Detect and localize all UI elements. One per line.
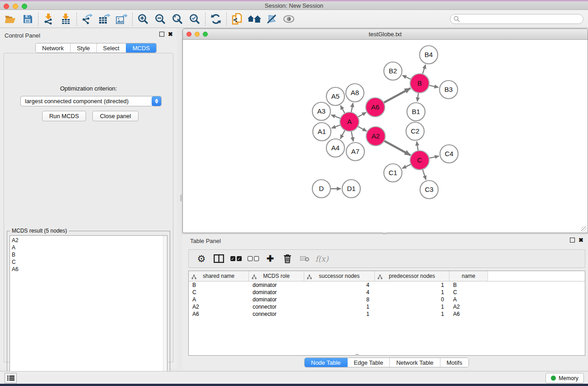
- table-cell[interactable]: 4: [304, 281, 375, 289]
- table-cell[interactable]: 1: [304, 310, 375, 318]
- table-cell[interactable]: 1: [375, 281, 449, 289]
- optimization-criterion-select[interactable]: largest connected component (directed): [20, 96, 162, 106]
- save-session-icon[interactable]: [19, 11, 36, 27]
- duplicate-network-icon[interactable]: [229, 11, 246, 27]
- table-cell[interactable]: dominator: [249, 289, 304, 296]
- result-item[interactable]: C: [12, 258, 167, 266]
- table-cell[interactable]: A2: [189, 303, 249, 310]
- result-item[interactable]: A2: [12, 237, 167, 244]
- close-panel-icon[interactable]: ✖: [168, 32, 173, 37]
- table-cell[interactable]: 1: [375, 310, 449, 318]
- zoom-in-icon[interactable]: [134, 11, 152, 27]
- table-row[interactable]: A2connector11A2: [189, 303, 585, 310]
- network-graph[interactable]: B4B2BB3A5A8A6A3B1AA1C2A2A4A7C4CC1DD1C3: [183, 40, 588, 233]
- node-label: A: [347, 118, 352, 125]
- network-canvas[interactable]: B4B2BB3A5A8A6A3B1AA1C2A2A4A7C4CC1DD1C3: [183, 40, 588, 233]
- table-cell[interactable]: A6: [449, 310, 488, 318]
- node-label: C3: [425, 186, 433, 193]
- table-row[interactable]: Bdominator41B: [189, 281, 585, 289]
- tab-edge-table[interactable]: Edge Table: [348, 358, 390, 367]
- zoom-out-icon[interactable]: [152, 11, 169, 27]
- table-cell[interactable]: A6: [189, 310, 249, 318]
- table-tabs: Node TableEdge TableNetwork TableMotifs: [304, 357, 469, 367]
- desktop-edge: [0, 384, 588, 386]
- delete-table-button-disabled[interactable]: [297, 252, 312, 266]
- table-cell[interactable]: C: [449, 289, 488, 296]
- export-table-icon[interactable]: [96, 11, 113, 27]
- result-item[interactable]: A: [12, 244, 167, 251]
- result-item[interactable]: A6: [12, 266, 167, 273]
- table-settings-button[interactable]: ⚙: [194, 252, 209, 266]
- function-builder-button-disabled[interactable]: f(x): [315, 252, 329, 266]
- control-panel-title: Control Panel: [5, 32, 40, 39]
- export-network-icon[interactable]: [79, 11, 96, 27]
- delete-column-button[interactable]: [280, 252, 295, 266]
- task-history-button[interactable]: [5, 373, 17, 383]
- column-header-name[interactable]: name: [449, 271, 488, 281]
- column-header-MCDS-role[interactable]: MCDS role: [249, 271, 304, 281]
- search-input[interactable]: [450, 14, 583, 24]
- table-cell[interactable]: B: [189, 281, 249, 289]
- import-network-icon[interactable]: [40, 11, 57, 27]
- result-item[interactable]: B: [12, 251, 167, 258]
- table-row[interactable]: Cdominator41C: [189, 289, 585, 296]
- home-view-icon[interactable]: [246, 11, 263, 27]
- splitter-handle[interactable]: [355, 354, 359, 356]
- eye-icon[interactable]: [280, 11, 297, 27]
- table-row[interactable]: A6connector11A6: [189, 310, 585, 318]
- hide-labels-icon[interactable]: [263, 11, 280, 27]
- table-cell[interactable]: connector: [249, 310, 304, 318]
- memory-button[interactable]: Memory: [545, 373, 584, 383]
- float-panel-icon[interactable]: [159, 32, 164, 37]
- run-mcds-button[interactable]: Run MCDS: [42, 111, 86, 121]
- table-cell[interactable]: 1: [375, 303, 449, 310]
- tab-network[interactable]: Network: [36, 43, 71, 52]
- mcds-result-list[interactable]: A2ABCA6: [10, 235, 167, 382]
- close-panel-button[interactable]: Close panel: [92, 111, 139, 121]
- table-cell[interactable]: A2: [449, 303, 488, 310]
- trash-icon: [283, 254, 292, 263]
- import-table-icon[interactable]: [57, 11, 75, 27]
- table-cell[interactable]: A: [449, 296, 488, 303]
- float-table-panel-icon[interactable]: [570, 238, 575, 243]
- column-header-successor-nodes[interactable]: successor nodes: [304, 271, 375, 281]
- tab-mcds[interactable]: MCDS: [126, 43, 157, 53]
- deselect-all-button[interactable]: [246, 252, 260, 266]
- node-table[interactable]: shared nameMCDS rolesuccessor nodesprede…: [188, 271, 585, 356]
- select-all-button[interactable]: ✓✓: [229, 252, 243, 266]
- tab-style[interactable]: Style: [71, 43, 97, 52]
- table-cell[interactable]: A: [189, 296, 249, 303]
- tab-motifs[interactable]: Motifs: [440, 358, 469, 367]
- table-cell[interactable]: 0: [375, 296, 449, 303]
- table-cell[interactable]: 1: [304, 303, 375, 310]
- open-session-icon[interactable]: [2, 11, 19, 27]
- table-cell[interactable]: dominator: [249, 281, 304, 289]
- node-label: A4: [331, 144, 339, 152]
- column-header-predecessor-nodes[interactable]: predecessor nodes: [375, 271, 449, 281]
- tab-network-table[interactable]: Network Table: [390, 358, 440, 367]
- table-cell[interactable]: C: [189, 289, 249, 296]
- zoom-selected-icon[interactable]: [186, 11, 203, 27]
- network-window-titlebar[interactable]: testGlobe.txt: [183, 29, 588, 40]
- node-label: D1: [347, 185, 355, 192]
- window-resize-grip[interactable]: [581, 226, 587, 232]
- close-table-panel-icon[interactable]: ✖: [578, 238, 583, 243]
- table-cell[interactable]: connector: [249, 303, 304, 310]
- zoom-fit-icon[interactable]: [169, 11, 186, 27]
- tab-select[interactable]: Select: [97, 43, 126, 52]
- table-cell[interactable]: B: [449, 281, 488, 289]
- splitter-handle[interactable]: [180, 195, 182, 201]
- table-row[interactable]: Adominator80A: [189, 296, 585, 303]
- table-cell[interactable]: 8: [304, 296, 375, 303]
- refresh-icon[interactable]: [207, 11, 225, 27]
- add-column-button[interactable]: ✚: [263, 252, 277, 266]
- table-cell[interactable]: 4: [304, 289, 375, 296]
- node-label: A8: [351, 89, 359, 96]
- export-image-icon[interactable]: [113, 11, 130, 27]
- table-cell[interactable]: dominator: [249, 296, 304, 303]
- tab-node-table[interactable]: Node Table: [304, 357, 348, 367]
- result-scrollbar[interactable]: [163, 236, 167, 381]
- table-cell[interactable]: 1: [375, 289, 449, 296]
- column-header-shared-name[interactable]: shared name: [189, 271, 249, 281]
- show-columns-button[interactable]: [211, 252, 226, 266]
